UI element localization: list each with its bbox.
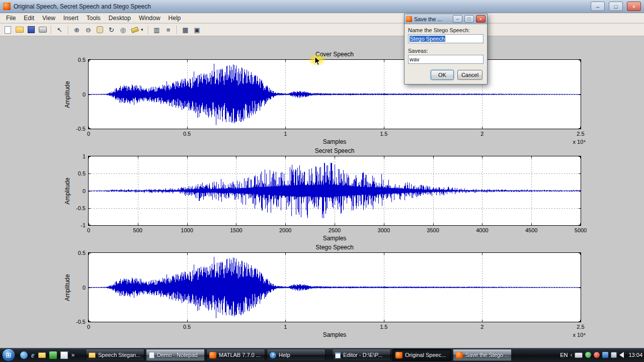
new-figure-icon[interactable] [3,25,13,35]
x-tick-label: 0.5 [183,324,191,330]
language-indicator[interactable]: EN [560,352,568,358]
x-tick-label: 0 [87,324,90,330]
y-tick-label: -1 [80,222,86,228]
window-titlebar[interactable]: Original Speech, Secret Speech and Stego… [0,0,644,13]
x-tick-label: 0.5 [183,131,191,137]
taskbar-button-label: Speech Stegan... [98,352,140,358]
media-player-icon[interactable] [49,351,57,359]
dialog-maximize-button[interactable]: □ [464,15,474,23]
x-tick-label: 1 [284,324,287,330]
menu-window[interactable]: Window [135,14,165,23]
window-title: Original Speech, Secret Speech and Stego… [14,3,587,10]
zoom-in-icon[interactable]: ⊕ [71,25,82,35]
x-tick-label: 2000 [279,227,291,233]
dialog-titlebar[interactable]: Save the ... – □ × [405,14,487,24]
x-tick-label: 2.5 [577,324,584,330]
x-tick-label: 2 [480,324,484,330]
notepad-icon [149,352,154,358]
dialog-close-button[interactable]: × [476,15,486,23]
brush-icon[interactable] [129,25,140,35]
hide-plot-tools-icon[interactable]: ▦ [180,25,191,35]
x-tick-label: 4500 [525,227,537,233]
language-bar-icon[interactable] [575,352,583,358]
editor-icon [335,352,341,358]
matlab-icon [209,352,216,358]
document-icon[interactable] [60,351,68,359]
taskbar-button-editor[interactable]: Editor - D:\E\P... [332,349,391,361]
figure-toolbar: ↖ ⊕ ⊖ ↻ ◎ ▾ ▥ ≡ ▦ ▣ [0,24,644,36]
menu-desktop[interactable]: Desktop [105,14,135,23]
x-axis-label: Samples [89,235,581,242]
update-status-icon[interactable] [594,352,600,358]
matlab-figure-window: Original Speech, Secret Speech and Stego… [0,0,644,362]
pan-icon[interactable] [95,25,105,35]
menu-help[interactable]: Help [165,14,185,23]
insert-legend-icon[interactable]: ≡ [163,25,174,35]
taskbar-button-matlab[interactable]: MATLAB 7.7.0 ... [206,349,265,361]
brush-dropdown-icon[interactable]: ▾ [141,27,145,32]
taskbar-button-label: Demo - Notepad [157,352,198,358]
stego-waveform-canvas[interactable] [89,253,581,322]
y-tick-labels: 0.50-0.5 [67,60,86,129]
antivirus-icon[interactable] [585,352,591,358]
menu-file[interactable]: File [2,14,20,23]
tray-expand-icon[interactable]: ‹ [570,351,572,358]
menu-edit[interactable]: Edit [20,14,38,23]
minimize-button[interactable]: – [591,2,605,11]
y-tick-label: -0.5 [76,126,86,132]
open-file-icon[interactable] [14,25,25,35]
saveas-label: Saveas: [408,48,484,54]
dialog-title: Save the ... [414,16,451,22]
edit-plot-icon[interactable]: ↖ [54,25,65,35]
x-tick-labels: 0500100015002000250030003500400045005000 [89,227,581,233]
menu-insert[interactable]: Insert [59,14,83,23]
rotate-3d-icon[interactable]: ↻ [106,25,117,35]
x-tick-labels: 00.511.522.5 [89,131,581,137]
toolbar-separator [51,25,51,34]
save-figure-icon[interactable] [26,25,36,35]
taskbar-button-save-stego[interactable]: Save the Stego ... [453,349,512,361]
network-icon[interactable] [611,352,617,358]
close-button[interactable]: × [627,2,641,11]
maximize-button[interactable]: □ [609,2,623,11]
x-tick-label: 1500 [230,227,242,233]
start-button[interactable]: ⊞ [2,348,15,361]
safely-remove-icon[interactable] [602,352,608,358]
dialog-button-row: OK Cancel [408,70,484,80]
y-tick-label: 0.5 [78,250,86,256]
x-tick-label: 1.5 [380,131,387,137]
saveas-input[interactable]: wav [408,55,484,64]
menu-bar: File Edit View Insert Tools Desktop Wind… [0,13,644,23]
taskbar-button-original-speech[interactable]: Original Speec... [392,349,451,361]
ok-button[interactable]: OK [431,70,454,80]
dialog-minimize-button[interactable]: – [453,15,462,23]
volume-icon[interactable] [619,352,624,358]
internet-explorer-icon[interactable]: e [31,351,35,359]
menu-tools[interactable]: Tools [83,14,105,23]
show-desktop-icon[interactable] [20,351,28,359]
insert-colorbar-icon[interactable]: ▥ [151,25,162,35]
y-tick-label: 0.5 [78,170,86,176]
stego-name-input[interactable]: Stego Speech [408,34,484,43]
zoom-out-icon[interactable]: ⊖ [83,25,94,35]
mouse-cursor-icon [314,56,321,68]
print-figure-icon[interactable] [37,25,48,35]
help-icon: ? [270,352,276,358]
cover-waveform-canvas[interactable] [89,60,581,129]
matlab-dialog-icon [456,352,463,358]
toolbar-separator [177,25,177,34]
data-cursor-icon[interactable]: ◎ [118,25,128,35]
clock[interactable]: 13:04 [628,352,642,358]
show-plot-tools-icon[interactable]: ▣ [192,25,202,35]
taskbar-button-help[interactable]: ? Help [267,349,326,361]
y-tick-label: 0 [83,92,86,98]
secret-waveform-canvas[interactable] [89,156,581,225]
folder-icon[interactable] [38,352,46,358]
menu-view[interactable]: View [38,14,59,23]
saveas-input-text: wav [410,56,420,62]
quick-launch-overflow-icon[interactable]: » [71,351,75,358]
cancel-button[interactable]: Cancel [457,70,482,80]
taskbar-button-notepad[interactable]: Demo - Notepad [146,349,205,361]
taskbar-button-speech-stegano[interactable]: Speech Stegan... [86,349,144,361]
y-tick-label: -0.5 [76,205,86,211]
